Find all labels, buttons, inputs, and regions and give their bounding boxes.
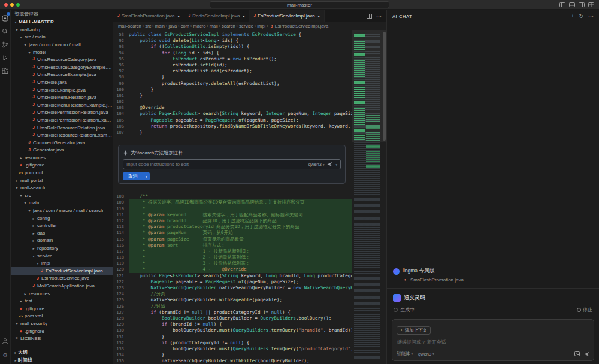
close-window-button[interactable] <box>4 3 8 7</box>
code-line[interactable]: 134 } <box>113 352 352 358</box>
tree-item[interactable]: ◆.gitignore <box>11 305 113 313</box>
tree-item[interactable]: JGenerator.java <box>11 147 113 154</box>
editor-tab[interactable]: JRedisServiceImpl.java● <box>184 10 250 22</box>
code-line[interactable]: 126 //过滤 <box>113 304 352 310</box>
code-line[interactable]: 95 EsProduct esProduct = new EsProduct()… <box>113 56 352 62</box>
code-line[interactable]: 124 //分页 <box>113 291 352 297</box>
code-line[interactable]: 131 } <box>113 334 352 340</box>
image-icon[interactable] <box>574 351 580 356</box>
code-line[interactable]: 107 } <box>113 129 352 135</box>
extensions-icon[interactable] <box>0 64 11 77</box>
tree-item[interactable]: JUmsRolePermissionRelation.java <box>11 109 113 117</box>
code-line[interactable]: 98 } <box>113 74 352 80</box>
account-icon[interactable] <box>0 334 11 347</box>
breadcrumb-item[interactable]: java <box>169 23 177 29</box>
tree-item[interactable]: ◆.gitignore <box>11 327 113 335</box>
tree-item[interactable]: ▾mall-mbg <box>11 26 113 34</box>
code-line[interactable]: 117 * 1 - 按新品从新到旧； <box>113 248 352 254</box>
tree-item[interactable]: ▸test <box>11 297 113 305</box>
breadcrumb-item[interactable]: mall-search <box>118 23 141 29</box>
tree-item[interactable]: JUmsRoleResourceRelationExample.j... <box>11 131 113 139</box>
code-line[interactable]: 94 for (Long id : ids) { <box>113 50 352 56</box>
minimap[interactable] <box>352 30 386 364</box>
more-actions-icon[interactable]: ⋯ <box>104 11 109 17</box>
cancel-button[interactable]: 取消 <box>123 172 143 180</box>
tree-item[interactable]: ▸config <box>11 214 113 222</box>
tree-item[interactable]: ◆.gitignore <box>11 162 113 169</box>
add-context-button[interactable]: + 添加上下文 <box>397 326 431 335</box>
more-actions-icon[interactable]: ⋯ <box>376 13 382 19</box>
code-line[interactable]: 112 * @param brandId 品牌ID，用于过滤特定品牌下的商品 <box>113 218 352 224</box>
command-center[interactable]: mall-master <box>210 1 389 8</box>
history-icon[interactable]: ↻ <box>579 14 583 19</box>
tree-item[interactable]: <>pom.xml <box>11 313 113 320</box>
send-icon[interactable] <box>584 351 589 357</box>
settings-gear-icon[interactable]: ⚙ <box>0 348 11 362</box>
code-line[interactable]: 128 BoolQueryBuilder boolQueryBuilder = … <box>113 316 352 321</box>
code-line[interactable]: 105 Pageable pageable = PageRequest.of(p… <box>113 117 352 123</box>
code-line[interactable]: 125 nativeSearchQueryBuilder.withPageabl… <box>113 297 352 303</box>
tree-item[interactable]: JUmsRole.java <box>11 78 113 86</box>
tree-item[interactable]: JUmsResourceExample.java <box>11 71 113 79</box>
tree-item[interactable]: JMallSearchApplication.java <box>11 282 113 290</box>
code-editor[interactable]: 53public class EsProductServiceImpl impl… <box>113 30 386 364</box>
breadcrumb-item[interactable]: mall <box>210 23 218 29</box>
code-line[interactable]: 106 return productRepository.findByNameO… <box>113 123 352 129</box>
tree-item[interactable]: JUmsRoleResourceRelation.java <box>11 124 113 132</box>
code-scroll[interactable]: 53public class EsProductServiceImpl impl… <box>113 30 352 364</box>
code-line[interactable]: 103 @Override <box>113 105 352 111</box>
breadcrumb-item[interactable]: search <box>222 23 235 29</box>
tree-item[interactable]: ▸controller <box>11 222 113 229</box>
model-selector[interactable]: qwen3 ▾ <box>418 351 434 357</box>
tree-item[interactable]: ▾java / com / macro / mall / search <box>11 207 113 214</box>
code-line[interactable]: 109 * 根据关键字、品牌ID和商品分类ID复合查询商品品牌信息，并支持排序和… <box>113 199 352 205</box>
model-selector[interactable]: qwen3 ▾ <box>308 162 325 167</box>
code-line[interactable]: 130 boolQueryBuilder.must(QueryBuilders.… <box>113 327 352 333</box>
breadcrumb-item[interactable]: macro <box>193 23 205 29</box>
workspace-root-row[interactable]: ▾ MALL-MASTER <box>11 18 113 26</box>
code-line[interactable]: 101 } <box>113 93 352 99</box>
tree-item[interactable]: JEsProductServiceImpl.java <box>11 267 113 275</box>
tree-item[interactable]: ▸domain <box>11 237 113 245</box>
tree-item[interactable]: ▸resources <box>11 290 113 298</box>
lingma-activity-icon[interactable] <box>0 11 11 25</box>
run-debug-icon[interactable] <box>0 51 11 64</box>
tree-item[interactable]: JUmsRoleExample.java <box>11 86 113 94</box>
tree-item[interactable]: JCommentGenerator.java <box>11 139 113 147</box>
chat-input-placeholder[interactable]: 继续提问或 '/' 新开会话 <box>397 339 589 345</box>
more-actions-icon[interactable]: ⋯ <box>588 14 594 19</box>
toggle-panel-icon[interactable] <box>569 2 575 7</box>
code-line[interactable]: 135 nativeSearchQueryBuilder.withFilter(… <box>113 358 352 364</box>
breadcrumb-item[interactable]: com <box>181 23 189 29</box>
tree-item[interactable]: <>pom.xml <box>11 169 113 177</box>
code-line[interactable]: 127 if (brandId != null || productCatego… <box>113 310 352 316</box>
tree-item[interactable]: ▾impl <box>11 259 113 267</box>
code-line[interactable]: 122 Pageable pageable = PageRequest.of(p… <box>113 279 352 285</box>
code-line[interactable]: 133 boolQueryBuilder.must(QueryBuilders.… <box>113 346 352 352</box>
tree-item[interactable]: JUmsRolePermissionRelationExample... <box>11 116 113 124</box>
toggle-sidebar-icon[interactable] <box>559 2 565 7</box>
toggle-secondary-sidebar-icon[interactable] <box>579 2 585 7</box>
code-line[interactable]: 118 * 2 - 按销量从高到低； <box>113 254 352 260</box>
split-editor-icon[interactable] <box>367 14 372 19</box>
code-line[interactable]: 115 * @param pageSize 每页显示的商品数量 <box>113 236 352 242</box>
breadcrumb-item[interactable]: impl <box>257 23 265 29</box>
code-line[interactable]: 110 * <box>113 206 352 212</box>
modified-dot[interactable]: ● <box>178 14 180 18</box>
modified-dot[interactable]: ● <box>243 14 244 18</box>
editor-tab[interactable]: JSmsFlashPromotion.java● <box>113 10 184 22</box>
outline-panel-header[interactable]: ▸ 大纲 <box>11 348 113 356</box>
tree-item[interactable]: ▸resources <box>11 154 113 162</box>
code-line[interactable]: 116 * @param sort 排序方式： <box>113 242 352 248</box>
code-line[interactable]: 97 esProductList.add(esProduct); <box>113 68 352 74</box>
modified-dot[interactable]: ● <box>318 14 320 18</box>
chat-composer[interactable]: + 添加上下文 继续提问或 '/' 新开会话 智能体 ▾ qwen3 ▾ <box>392 319 594 361</box>
tree-item[interactable]: ▾mall-search <box>11 184 113 192</box>
code-line[interactable]: 99 productRepository.deleteAll(esProduct… <box>113 81 352 87</box>
tree-item[interactable]: ▸repository <box>11 244 113 252</box>
tree-item[interactable]: ▾mall-security <box>11 320 113 327</box>
tree-item[interactable]: ▾src / main <box>11 34 113 41</box>
maximize-window-button[interactable] <box>16 3 20 7</box>
scrollbar[interactable] <box>383 32 386 141</box>
code-line[interactable]: 102 <box>113 99 352 105</box>
